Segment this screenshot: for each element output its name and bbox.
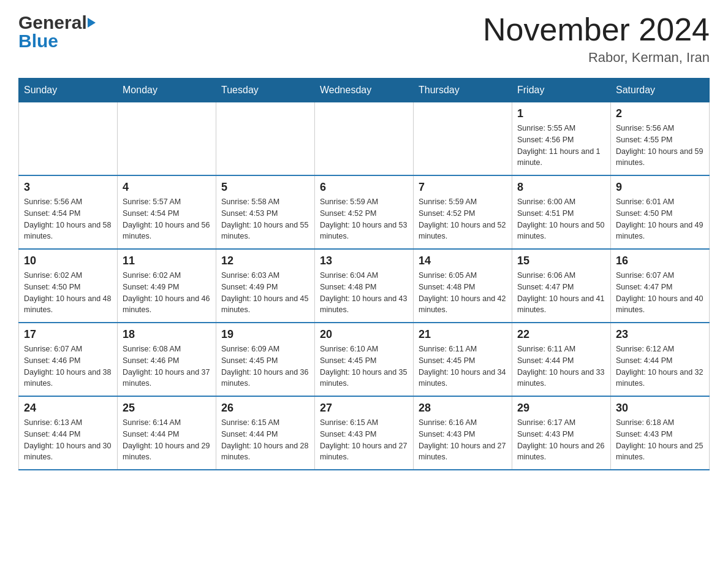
location-title: Rabor, Kerman, Iran — [483, 50, 710, 66]
calendar-cell: 4Sunrise: 5:57 AM Sunset: 4:54 PM Daylig… — [118, 175, 216, 249]
calendar-cell: 29Sunrise: 6:17 AM Sunset: 4:43 PM Dayli… — [512, 396, 611, 470]
day-number: 25 — [123, 402, 211, 415]
logo-arrow-icon — [88, 18, 96, 28]
calendar-cell — [19, 102, 118, 176]
day-info: Sunrise: 6:09 AM Sunset: 4:45 PM Dayligh… — [221, 343, 309, 389]
day-info: Sunrise: 6:15 AM Sunset: 4:43 PM Dayligh… — [320, 417, 408, 463]
day-number: 27 — [320, 402, 408, 415]
day-info: Sunrise: 6:02 AM Sunset: 4:49 PM Dayligh… — [123, 270, 211, 316]
calendar-cell: 24Sunrise: 6:13 AM Sunset: 4:44 PM Dayli… — [19, 396, 118, 470]
logo: General Blue — [18, 12, 96, 52]
calendar-table: SundayMondayTuesdayWednesdayThursdayFrid… — [18, 78, 710, 470]
day-number: 24 — [24, 402, 112, 415]
calendar-cell: 5Sunrise: 5:58 AM Sunset: 4:53 PM Daylig… — [216, 175, 315, 249]
calendar-cell: 12Sunrise: 6:03 AM Sunset: 4:49 PM Dayli… — [216, 249, 315, 323]
calendar-cell: 6Sunrise: 5:59 AM Sunset: 4:52 PM Daylig… — [315, 175, 414, 249]
day-info: Sunrise: 6:05 AM Sunset: 4:48 PM Dayligh… — [419, 270, 507, 316]
calendar-cell: 18Sunrise: 6:08 AM Sunset: 4:46 PM Dayli… — [118, 323, 216, 396]
day-number: 4 — [123, 181, 211, 194]
day-number: 8 — [517, 181, 605, 194]
calendar-row: 10Sunrise: 6:02 AM Sunset: 4:50 PM Dayli… — [19, 249, 710, 323]
day-number: 15 — [517, 255, 605, 267]
logo-blue-text: Blue — [18, 31, 58, 52]
day-info: Sunrise: 6:16 AM Sunset: 4:43 PM Dayligh… — [419, 417, 507, 463]
day-info: Sunrise: 6:11 AM Sunset: 4:44 PM Dayligh… — [517, 343, 605, 389]
calendar-cell — [118, 102, 216, 176]
day-number: 9 — [616, 181, 704, 194]
calendar-cell: 26Sunrise: 6:15 AM Sunset: 4:44 PM Dayli… — [216, 396, 315, 470]
day-number: 30 — [616, 402, 704, 415]
day-number: 26 — [221, 402, 309, 415]
day-number: 2 — [616, 107, 704, 120]
day-info: Sunrise: 6:11 AM Sunset: 4:45 PM Dayligh… — [419, 343, 507, 389]
calendar-cell: 13Sunrise: 6:04 AM Sunset: 4:48 PM Dayli… — [315, 249, 414, 323]
page-header: General Blue November 2024 Rabor, Kerman… — [18, 12, 710, 66]
day-number: 22 — [517, 328, 605, 341]
calendar-cell: 8Sunrise: 6:00 AM Sunset: 4:51 PM Daylig… — [512, 175, 611, 249]
day-info: Sunrise: 6:00 AM Sunset: 4:51 PM Dayligh… — [517, 196, 605, 242]
calendar-cell — [315, 102, 414, 176]
weekday-header-thursday: Thursday — [414, 79, 512, 102]
calendar-cell: 17Sunrise: 6:07 AM Sunset: 4:46 PM Dayli… — [19, 323, 118, 396]
title-area: November 2024 Rabor, Kerman, Iran — [483, 12, 710, 66]
calendar-cell: 19Sunrise: 6:09 AM Sunset: 4:45 PM Dayli… — [216, 323, 315, 396]
day-info: Sunrise: 6:10 AM Sunset: 4:45 PM Dayligh… — [320, 343, 408, 389]
calendar-cell: 3Sunrise: 5:56 AM Sunset: 4:54 PM Daylig… — [19, 175, 118, 249]
day-info: Sunrise: 6:07 AM Sunset: 4:46 PM Dayligh… — [24, 343, 112, 389]
calendar-cell: 21Sunrise: 6:11 AM Sunset: 4:45 PM Dayli… — [414, 323, 512, 396]
day-info: Sunrise: 5:58 AM Sunset: 4:53 PM Dayligh… — [221, 196, 309, 242]
day-number: 28 — [419, 402, 507, 415]
day-number: 13 — [320, 255, 408, 267]
day-info: Sunrise: 6:15 AM Sunset: 4:44 PM Dayligh… — [221, 417, 309, 463]
day-number: 7 — [419, 181, 507, 194]
day-number: 12 — [221, 255, 309, 267]
calendar-cell — [216, 102, 315, 176]
weekday-header-tuesday: Tuesday — [216, 79, 315, 102]
day-info: Sunrise: 6:02 AM Sunset: 4:50 PM Dayligh… — [24, 270, 112, 316]
calendar-cell: 9Sunrise: 6:01 AM Sunset: 4:50 PM Daylig… — [611, 175, 710, 249]
day-info: Sunrise: 5:57 AM Sunset: 4:54 PM Dayligh… — [123, 196, 211, 242]
calendar-cell: 14Sunrise: 6:05 AM Sunset: 4:48 PM Dayli… — [414, 249, 512, 323]
day-number: 11 — [123, 255, 211, 267]
day-info: Sunrise: 5:59 AM Sunset: 4:52 PM Dayligh… — [419, 196, 507, 242]
day-number: 16 — [616, 255, 704, 267]
day-info: Sunrise: 5:59 AM Sunset: 4:52 PM Dayligh… — [320, 196, 408, 242]
day-number: 20 — [320, 328, 408, 341]
day-info: Sunrise: 6:01 AM Sunset: 4:50 PM Dayligh… — [616, 196, 704, 242]
weekday-header-row: SundayMondayTuesdayWednesdayThursdayFrid… — [19, 79, 710, 102]
calendar-cell: 25Sunrise: 6:14 AM Sunset: 4:44 PM Dayli… — [118, 396, 216, 470]
day-info: Sunrise: 5:56 AM Sunset: 4:54 PM Dayligh… — [24, 196, 112, 242]
day-info: Sunrise: 6:13 AM Sunset: 4:44 PM Dayligh… — [24, 417, 112, 463]
day-info: Sunrise: 6:14 AM Sunset: 4:44 PM Dayligh… — [123, 417, 211, 463]
weekday-header-wednesday: Wednesday — [315, 79, 414, 102]
calendar-cell: 2Sunrise: 5:56 AM Sunset: 4:55 PM Daylig… — [611, 102, 710, 176]
calendar-cell: 15Sunrise: 6:06 AM Sunset: 4:47 PM Dayli… — [512, 249, 611, 323]
day-number: 10 — [24, 255, 112, 267]
calendar-cell: 1Sunrise: 5:55 AM Sunset: 4:56 PM Daylig… — [512, 102, 611, 176]
calendar-row: 1Sunrise: 5:55 AM Sunset: 4:56 PM Daylig… — [19, 102, 710, 176]
day-number: 1 — [517, 107, 605, 120]
day-number: 3 — [24, 181, 112, 194]
day-info: Sunrise: 5:56 AM Sunset: 4:55 PM Dayligh… — [616, 123, 704, 169]
calendar-cell: 10Sunrise: 6:02 AM Sunset: 4:50 PM Dayli… — [19, 249, 118, 323]
day-info: Sunrise: 6:04 AM Sunset: 4:48 PM Dayligh… — [320, 270, 408, 316]
calendar-row: 17Sunrise: 6:07 AM Sunset: 4:46 PM Dayli… — [19, 323, 710, 396]
calendar-row: 24Sunrise: 6:13 AM Sunset: 4:44 PM Dayli… — [19, 396, 710, 470]
weekday-header-friday: Friday — [512, 79, 611, 102]
day-number: 6 — [320, 181, 408, 194]
day-info: Sunrise: 6:12 AM Sunset: 4:44 PM Dayligh… — [616, 343, 704, 389]
day-info: Sunrise: 6:08 AM Sunset: 4:46 PM Dayligh… — [123, 343, 211, 389]
calendar-row: 3Sunrise: 5:56 AM Sunset: 4:54 PM Daylig… — [19, 175, 710, 249]
day-info: Sunrise: 5:55 AM Sunset: 4:56 PM Dayligh… — [517, 123, 605, 169]
day-number: 5 — [221, 181, 309, 194]
weekday-header-sunday: Sunday — [19, 79, 118, 102]
calendar-cell: 27Sunrise: 6:15 AM Sunset: 4:43 PM Dayli… — [315, 396, 414, 470]
day-info: Sunrise: 6:17 AM Sunset: 4:43 PM Dayligh… — [517, 417, 605, 463]
day-number: 17 — [24, 328, 112, 341]
calendar-cell — [414, 102, 512, 176]
day-number: 18 — [123, 328, 211, 341]
weekday-header-saturday: Saturday — [611, 79, 710, 102]
day-info: Sunrise: 6:07 AM Sunset: 4:47 PM Dayligh… — [616, 270, 704, 316]
calendar-cell: 28Sunrise: 6:16 AM Sunset: 4:43 PM Dayli… — [414, 396, 512, 470]
calendar-cell: 11Sunrise: 6:02 AM Sunset: 4:49 PM Dayli… — [118, 249, 216, 323]
